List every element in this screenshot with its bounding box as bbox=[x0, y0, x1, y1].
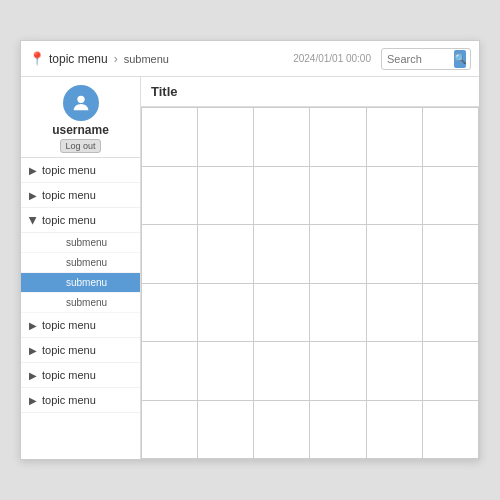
table-cell[interactable] bbox=[366, 166, 422, 225]
table-cell[interactable] bbox=[310, 108, 366, 167]
table-cell[interactable] bbox=[254, 108, 310, 167]
nav-subitem-1[interactable]: submenu bbox=[21, 233, 140, 253]
table-cell[interactable] bbox=[254, 225, 310, 284]
nav-subitem-3-active[interactable]: submenu bbox=[21, 273, 140, 293]
table-cell[interactable] bbox=[310, 283, 366, 342]
table-cell[interactable] bbox=[366, 342, 422, 401]
nav-subitem-2[interactable]: submenu bbox=[21, 253, 140, 273]
header-date: 2024/01/01 00:00 bbox=[293, 53, 371, 64]
data-table bbox=[141, 107, 479, 459]
nav-arrow-3: ▶ bbox=[28, 216, 39, 224]
nav-item-1[interactable]: ▶ topic menu bbox=[21, 158, 140, 183]
nav-item-label-6: topic menu bbox=[42, 369, 96, 381]
body: username Log out ▶ topic menu ▶ topic me… bbox=[21, 77, 479, 459]
table-cell[interactable] bbox=[142, 166, 198, 225]
user-info: username bbox=[52, 123, 109, 137]
nav-arrow-1: ▶ bbox=[29, 165, 37, 176]
sidebar-nav: ▶ topic menu ▶ topic menu ▶ topic menu s… bbox=[21, 158, 140, 459]
table-cell[interactable] bbox=[422, 108, 478, 167]
nav-arrow-2: ▶ bbox=[29, 190, 37, 201]
table-cell[interactable] bbox=[142, 342, 198, 401]
nav-subitem-4[interactable]: submenu bbox=[21, 293, 140, 313]
breadcrumb-current: topic menu bbox=[49, 52, 108, 66]
breadcrumb-separator: › bbox=[114, 52, 118, 66]
search-input[interactable] bbox=[387, 53, 452, 65]
table-cell[interactable] bbox=[422, 166, 478, 225]
table-cell[interactable] bbox=[310, 166, 366, 225]
nav-item-5[interactable]: ▶ topic menu bbox=[21, 338, 140, 363]
header: 📍 topic menu › submenu 2024/01/01 00:00 … bbox=[21, 41, 479, 77]
table-cell[interactable] bbox=[310, 400, 366, 459]
table-cell[interactable] bbox=[142, 283, 198, 342]
nav-item-3[interactable]: ▶ topic menu bbox=[21, 208, 140, 233]
username-label: username bbox=[52, 123, 109, 137]
table-cell[interactable] bbox=[198, 108, 254, 167]
table-cell[interactable] bbox=[310, 225, 366, 284]
table-cell[interactable] bbox=[142, 108, 198, 167]
nav-item-4[interactable]: ▶ topic menu bbox=[21, 313, 140, 338]
table-cell[interactable] bbox=[366, 400, 422, 459]
nav-item-6[interactable]: ▶ topic menu bbox=[21, 363, 140, 388]
nav-arrow-5: ▶ bbox=[29, 345, 37, 356]
page-title: Title bbox=[151, 84, 178, 99]
table-cell[interactable] bbox=[366, 108, 422, 167]
table-cell[interactable] bbox=[254, 400, 310, 459]
search-button[interactable]: 🔍 bbox=[454, 50, 466, 68]
table-cell[interactable] bbox=[254, 166, 310, 225]
table-cell[interactable] bbox=[198, 342, 254, 401]
svg-point-0 bbox=[77, 96, 84, 103]
nav-item-label-2: topic menu bbox=[42, 189, 96, 201]
table-row bbox=[142, 166, 479, 225]
nav-item-label-4: topic menu bbox=[42, 319, 96, 331]
nav-item-label-5: topic menu bbox=[42, 344, 96, 356]
location-icon: 📍 bbox=[29, 51, 45, 66]
table-row bbox=[142, 400, 479, 459]
table-cell[interactable] bbox=[422, 342, 478, 401]
table-row bbox=[142, 283, 479, 342]
table-row bbox=[142, 342, 479, 401]
table-cell[interactable] bbox=[310, 342, 366, 401]
table-cell[interactable] bbox=[366, 225, 422, 284]
table-cell[interactable] bbox=[366, 283, 422, 342]
table-cell[interactable] bbox=[198, 166, 254, 225]
table-cell[interactable] bbox=[198, 225, 254, 284]
app-container: 📍 topic menu › submenu 2024/01/01 00:00 … bbox=[20, 40, 480, 460]
table-cell[interactable] bbox=[198, 400, 254, 459]
main-content: Title bbox=[141, 77, 479, 459]
table-row bbox=[142, 108, 479, 167]
sidebar: username Log out ▶ topic menu ▶ topic me… bbox=[21, 77, 141, 459]
nav-arrow-6: ▶ bbox=[29, 370, 37, 381]
table-row bbox=[142, 225, 479, 284]
table-cell[interactable] bbox=[422, 283, 478, 342]
nav-item-2[interactable]: ▶ topic menu bbox=[21, 183, 140, 208]
table-cell[interactable] bbox=[142, 225, 198, 284]
nav-item-7[interactable]: ▶ topic menu bbox=[21, 388, 140, 413]
main-title-bar: Title bbox=[141, 77, 479, 107]
table-cell[interactable] bbox=[254, 342, 310, 401]
logout-button[interactable]: Log out bbox=[60, 139, 100, 153]
nav-item-label-1: topic menu bbox=[42, 164, 96, 176]
table-cell[interactable] bbox=[254, 283, 310, 342]
nav-arrow-4: ▶ bbox=[29, 320, 37, 331]
breadcrumb-sub: submenu bbox=[124, 53, 169, 65]
nav-arrow-7: ▶ bbox=[29, 395, 37, 406]
table-cell[interactable] bbox=[422, 400, 478, 459]
table-cell[interactable] bbox=[422, 225, 478, 284]
search-box: 🔍 bbox=[381, 48, 471, 70]
nav-item-label-7: topic menu bbox=[42, 394, 96, 406]
avatar bbox=[63, 85, 99, 121]
nav-item-label-3: topic menu bbox=[42, 214, 96, 226]
table-cell[interactable] bbox=[198, 283, 254, 342]
table-cell[interactable] bbox=[142, 400, 198, 459]
sidebar-user: username Log out bbox=[21, 77, 140, 158]
table-area bbox=[141, 107, 479, 459]
